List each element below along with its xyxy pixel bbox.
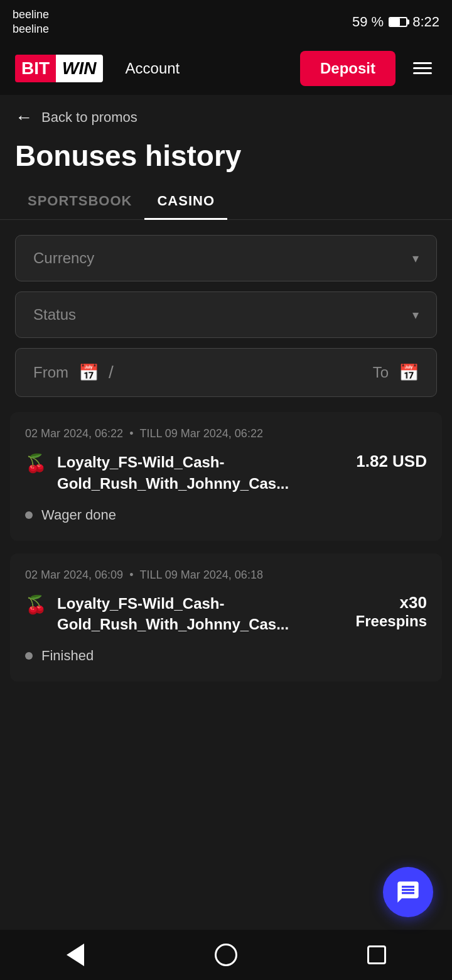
deposit-button[interactable]: Deposit: [300, 51, 396, 86]
currency-dropdown[interactable]: Currency ▾: [15, 235, 437, 281]
chat-icon: [396, 879, 421, 905]
status-label: Wager done: [41, 507, 116, 523]
home-circle-icon: [215, 944, 237, 966]
bonus-date-from: 02 Mar 2024, 06:09: [25, 569, 123, 582]
back-arrow-icon: ←: [15, 107, 33, 128]
menu-button[interactable]: [408, 57, 437, 79]
time: 8:22: [412, 14, 439, 30]
currency-label: Currency: [33, 249, 94, 267]
nav-home-button[interactable]: [210, 939, 242, 971]
battery-percent: 59 %: [352, 14, 384, 30]
calendar-from-icon: 📅: [78, 363, 99, 383]
tab-sportsbook[interactable]: SPORTSBOOK: [15, 184, 144, 220]
chat-button[interactable]: [383, 867, 433, 917]
nav-back-button[interactable]: [60, 939, 91, 971]
bonus-main: 🍒 Loyalty_FS-Wild_Cash-Gold_Rush_With_Jo…: [25, 593, 427, 635]
status-label: Finished: [41, 648, 94, 664]
bonus-title: Loyalty_FS-Wild_Cash-Gold_Rush_With_John…: [57, 452, 346, 494]
hamburger-line2: [413, 67, 432, 69]
bonus-date-from: 02 Mar 2024, 06:22: [25, 427, 123, 440]
back-triangle-icon: [67, 944, 84, 966]
date-separator-dot: •: [129, 569, 133, 582]
bonus-game-icon: 🍒: [25, 594, 47, 615]
from-label: From: [33, 364, 68, 381]
hamburger-line1: [413, 62, 432, 64]
bonus-icon-title: 🍒 Loyalty_FS-Wild_Cash-Gold_Rush_With_Jo…: [25, 452, 346, 494]
date-separator-dot: •: [129, 427, 133, 440]
chevron-down-icon: ▾: [412, 251, 419, 266]
bonus-amount: 1.82 USD: [356, 452, 427, 471]
date-range-picker[interactable]: From 📅 / To 📅: [15, 348, 437, 397]
bonus-amount: x30 Freespins: [356, 593, 427, 630]
status-label: Status: [33, 306, 76, 324]
bonus-multiplier: x30: [400, 593, 427, 612]
bonus-dates: 02 Mar 2024, 06:09 • TILL 09 Mar 2024, 0…: [25, 569, 427, 582]
bonus-card: 02 Mar 2024, 06:22 • TILL 09 Mar 2024, 0…: [10, 412, 442, 540]
bonus-date-till: TILL 09 Mar 2024, 06:22: [139, 427, 262, 440]
bonus-title: Loyalty_FS-Wild_Cash-Gold_Rush_With_John…: [57, 593, 346, 635]
logo[interactable]: BIT WIN: [15, 55, 103, 82]
bonus-date-till: TILL 09 Mar 2024, 06:18: [139, 569, 262, 582]
bonus-status: Finished: [25, 648, 427, 664]
status-dropdown[interactable]: Status ▾: [15, 291, 437, 338]
bonus-list: 02 Mar 2024, 06:22 • TILL 09 Mar 2024, 0…: [0, 412, 452, 694]
bottom-nav-bar: [0, 930, 452, 980]
recent-square-icon: [367, 945, 386, 964]
logo-bit: BIT: [15, 55, 56, 82]
carrier-info: beeline beeline: [13, 8, 49, 37]
filters: Currency ▾ Status ▾ From 📅 / To 📅: [0, 235, 452, 397]
status-dot-icon: [25, 511, 33, 519]
hamburger-line3: [413, 72, 432, 74]
calendar-to-icon: 📅: [399, 363, 419, 383]
bonus-freespins-label: Freespins: [356, 612, 427, 630]
status-dot-icon: [25, 652, 33, 660]
status-right: 59 % 8:22: [352, 14, 439, 30]
chevron-down-icon: ▾: [412, 307, 419, 322]
carrier2: beeline: [13, 22, 49, 36]
bonus-icon-title: 🍒 Loyalty_FS-Wild_Cash-Gold_Rush_With_Jo…: [25, 593, 346, 635]
bonus-status: Wager done: [25, 507, 427, 523]
header: BIT WIN Account Deposit: [0, 42, 452, 95]
tab-bar: SPORTSBOOK CASINO: [0, 184, 452, 220]
account-link[interactable]: Account: [126, 60, 288, 77]
back-navigation[interactable]: ← Back to promos: [0, 95, 452, 134]
back-label: Back to promos: [41, 109, 137, 126]
date-separator: /: [109, 362, 114, 383]
page-title: Bonuses history: [0, 134, 452, 185]
logo-win: WIN: [56, 55, 102, 82]
bonus-card: 02 Mar 2024, 06:09 • TILL 09 Mar 2024, 0…: [10, 553, 442, 682]
tab-casino[interactable]: CASINO: [144, 184, 227, 220]
to-label: To: [373, 364, 389, 381]
status-bar: beeline beeline 59 % 8:22: [0, 0, 452, 42]
bonus-main: 🍒 Loyalty_FS-Wild_Cash-Gold_Rush_With_Jo…: [25, 452, 427, 494]
bonus-dates: 02 Mar 2024, 06:22 • TILL 09 Mar 2024, 0…: [25, 427, 427, 440]
nav-recent-button[interactable]: [361, 939, 392, 971]
battery-icon: [389, 17, 407, 27]
carrier1: beeline: [13, 8, 49, 22]
bonus-game-icon: 🍒: [25, 453, 47, 474]
